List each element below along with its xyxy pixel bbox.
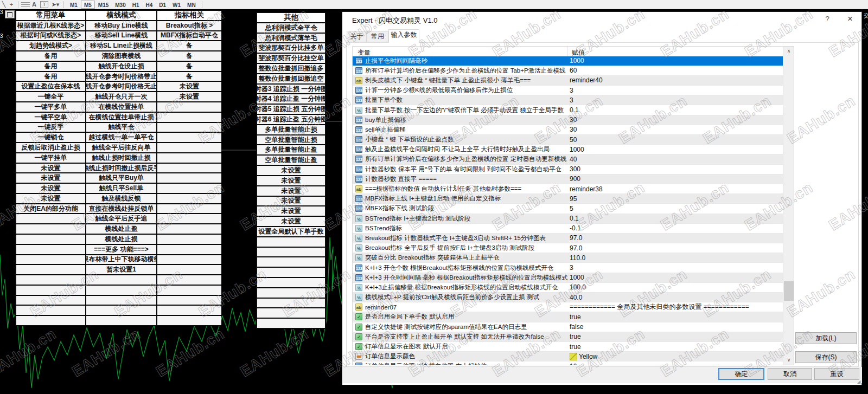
resize-grip-icon[interactable]: ◢: [857, 380, 861, 384]
menu-button[interactable]: 计时器5 追踪止损 五分钟图表: [257, 105, 325, 114]
parameter-row[interactable]: ½横线模式L+P 提前按Ctrl触及横线后距当前价多少设置止损 测试40.0: [353, 293, 783, 302]
menu-button[interactable]: 未设置: [257, 197, 325, 206]
parameter-value[interactable]: reminder40: [567, 76, 783, 84]
menu-button[interactable]: 触线平仓: [86, 123, 156, 132]
parameter-row[interactable]: ✓订单信息显示在图表 默认开启true: [353, 342, 783, 352]
save-button[interactable]: 保存(S): [795, 351, 857, 363]
menu-button[interactable]: 移动SL Line止损横线: [86, 41, 156, 50]
parameter-value[interactable]: 50: [567, 136, 783, 144]
timeframe-h4[interactable]: H4: [143, 1, 156, 9]
parameter-value[interactable]: 3: [567, 96, 783, 104]
timeframe-m30[interactable]: M30: [112, 1, 129, 9]
menu-button[interactable]: 直接在横线处挂反锁单: [86, 204, 156, 214]
parameter-value[interactable]: 5: [567, 205, 783, 212]
parameter-value[interactable]: 30: [567, 116, 783, 124]
parameter-row[interactable]: 123K+I+3 开仓时间间隔 毫秒 根据Breakout指标矩形横线的位置启动…: [353, 273, 783, 283]
menu-button[interactable]: 未设置: [16, 164, 85, 173]
close-icon[interactable]: ×: [845, 14, 856, 24]
menu-button[interactable]: 暂未设置1: [86, 265, 156, 274]
menu-button[interactable]: 备: [157, 51, 221, 61]
menu-button[interactable]: 未设置: [157, 82, 221, 91]
crosshair-icon[interactable]: +: [8, 0, 15, 9]
menu-button[interactable]: 清除图表横线: [86, 51, 156, 61]
parameter-value[interactable]: true: [567, 313, 783, 321]
timeframe-m15[interactable]: M15: [95, 1, 112, 9]
parameter-row[interactable]: 123所有订单计算均价后在偏移多少作为止盈横线的位置 定时器自动更新横线40: [353, 154, 783, 164]
menu-button[interactable]: 移动Sell Line横线: [86, 31, 156, 41]
parameter-row[interactable]: 123计算一分钟多少根K线的最低最高价偏移后作为止损位3: [353, 86, 783, 95]
parameter-value[interactable]: 95: [567, 195, 783, 203]
cursor-icon[interactable]: ╲: [0, 0, 8, 9]
parameter-value[interactable]: reminder38: [567, 185, 783, 193]
parameter-value[interactable]: 1000: [567, 57, 783, 64]
menu-button[interactable]: 触线开仓只开一次: [86, 92, 156, 101]
menu-button[interactable]: 触及横线反锁: [86, 194, 156, 203]
parameter-row[interactable]: ½BSTrend指标-0.1: [353, 224, 783, 234]
parameter-row[interactable]: ½批量下单手数 按一下左边的"/"键双倍下单 必须手动设置 独立于全局手数0.1: [353, 105, 783, 115]
menu-button[interactable]: 未设置: [257, 176, 325, 185]
menu-button[interactable]: 触线止损时回撤止损: [86, 153, 156, 163]
parameter-value[interactable]: 100.0: [567, 283, 783, 291]
menu-button[interactable]: 未设置: [16, 194, 85, 203]
timeframe-m5[interactable]: M5: [81, 1, 95, 9]
menu-button[interactable]: 未设置: [257, 186, 325, 196]
menu-button[interactable]: 空单批量智能止损: [257, 135, 325, 145]
parameter-value[interactable]: 30: [567, 126, 783, 133]
parameter-value[interactable]: 97.0: [567, 244, 783, 252]
menu-button[interactable]: 备用: [16, 51, 85, 61]
menu-button[interactable]: 触线开仓参考时间价格无止损: [86, 82, 156, 91]
parameter-row[interactable]: 123止损平仓时间间隔毫秒1000: [353, 56, 783, 66]
menu-button[interactable]: 总利润模式薄羊毛: [257, 34, 325, 43]
parameter-value[interactable]: ============ 全局及其他未归类的参数设置 ============: [567, 302, 783, 312]
menu-button[interactable]: MBFX指标自动平仓: [157, 31, 221, 41]
parameter-value[interactable]: 40: [567, 156, 783, 163]
menu-button[interactable]: 触线全平后反手追: [86, 214, 156, 223]
parameter-value[interactable]: 60: [567, 67, 783, 74]
parameter-row[interactable]: 123sell单止损偏移30: [353, 125, 783, 135]
tab-about[interactable]: 关于: [347, 31, 367, 42]
reset-button[interactable]: 重设: [814, 368, 859, 380]
menu-button[interactable]: 划趋势线模式>: [16, 41, 85, 50]
menu-button[interactable]: 在横线位置挂单: [86, 102, 156, 112]
menu-button[interactable]: 整数位批量抓回撤追多: [257, 64, 325, 73]
menu-button[interactable]: 横线处止损: [86, 235, 156, 244]
menu-button[interactable]: 一键平空单: [16, 113, 85, 122]
menu-button[interactable]: 跟布林带上中下轨移动横线: [86, 255, 156, 264]
menu-button[interactable]: 触线开仓没止损: [86, 62, 156, 71]
dashes-icon[interactable]: [21, 2, 30, 8]
menu-button[interactable]: 整数位批量抓回撤追空: [257, 74, 325, 83]
parameter-row[interactable]: abreminder07============ 全局及其他未归类的参数设置 =…: [353, 302, 783, 312]
parameter-row[interactable]: 123buy单止损偏移30: [353, 115, 783, 125]
menu-button[interactable]: 未设置: [257, 217, 325, 226]
parameter-row[interactable]: ½突破百分比 Breakout指标 突破箱体马上止损平仓110.0: [353, 253, 783, 263]
parameter-row[interactable]: ab===根据指标的数值 自动执行计划任务 其他临时参数===reminder3…: [353, 184, 783, 194]
menu-button[interactable]: 一键平多单: [16, 102, 85, 112]
menu-button[interactable]: 未设置: [16, 184, 85, 193]
menu-button[interactable]: 计时器4 追踪止盈 一分钟图表: [257, 94, 325, 104]
timeframe-mn[interactable]: MN: [184, 1, 199, 9]
menu-button[interactable]: 根据最近几根K线形态>: [16, 21, 85, 30]
parameter-row[interactable]: 订单信息显示颜色Yellow: [353, 352, 783, 361]
parameter-value[interactable]: 0.1: [567, 215, 783, 222]
parameter-value[interactable]: 97.0: [567, 234, 783, 242]
parameter-value[interactable]: Yellow: [567, 353, 783, 360]
parameter-value[interactable]: 10: [567, 363, 783, 365]
menu-button[interactable]: 触线全平后挂反向单: [86, 143, 156, 152]
menu-button[interactable]: 备: [157, 72, 221, 81]
menu-button[interactable]: 计时器6 追踪止盈 五分钟图表: [257, 115, 325, 124]
menu-button[interactable]: 触线只平Sell单: [86, 184, 156, 193]
parameter-row[interactable]: ✓平台是否支持带上止盈止损开单 默认支持 如无法开单请改为falsetrue: [353, 332, 783, 342]
menu-button[interactable]: 设置止盈位在保本线: [16, 82, 85, 91]
parameter-row[interactable]: 123触及止盈横线平仓间隔时间 不让马上全平 大行情时好触及止盈出局1000: [353, 145, 783, 154]
parameter-value[interactable]: -0.1: [567, 224, 783, 232]
menu-button[interactable]: 一键反手: [16, 123, 85, 132]
menu-button[interactable]: ===更多 功能===>: [86, 245, 156, 254]
parameter-row[interactable]: 123MBFX指标上线 I+主键盘1启动 使用的自定义指标95: [353, 194, 783, 204]
tab-common[interactable]: 常用: [367, 31, 388, 42]
menu-button[interactable]: 总利润模式全平仓: [257, 23, 325, 33]
menu-button[interactable]: 设置全局默认下单手数: [257, 227, 325, 236]
parameter-row[interactable]: 123所有订单计算均价后在偏移多少作为止盈横线的位置 Tab+P激活止盈横线60: [353, 66, 783, 76]
parameter-row[interactable]: 123计数器秒数 直接平 =====900: [353, 175, 783, 184]
help-icon[interactable]: ?: [823, 15, 832, 24]
parameter-row[interactable]: ½Breakout指标 计数器模式平仓 I+主键盘3启动 ShiftR+ 15分…: [353, 234, 783, 243]
